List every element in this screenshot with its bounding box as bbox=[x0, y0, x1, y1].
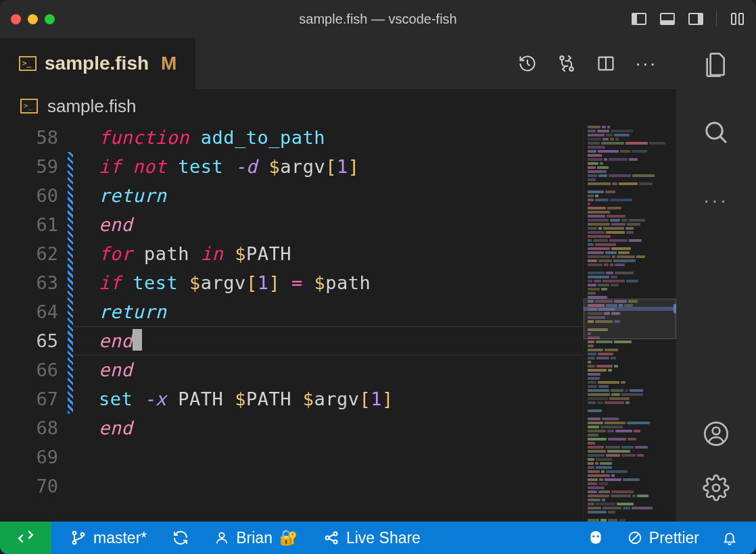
code-line[interactable]: function add_to_path bbox=[99, 123, 583, 152]
status-prettier[interactable]: Prettier bbox=[628, 529, 699, 547]
fish-file-icon bbox=[20, 99, 38, 114]
window-minimize-button[interactable] bbox=[28, 14, 38, 24]
code-line[interactable]: for path in $PATH bbox=[99, 239, 583, 268]
status-sync[interactable] bbox=[172, 530, 189, 546]
svg-point-13 bbox=[325, 536, 329, 540]
line-number-gutter: 58596061626364656667686970 bbox=[0, 123, 68, 522]
status-account-label: Brian bbox=[236, 529, 273, 547]
bell-icon bbox=[722, 530, 737, 545]
no-symbol-icon bbox=[628, 530, 642, 545]
svg-point-9 bbox=[73, 532, 76, 535]
line-number: 58 bbox=[0, 123, 58, 152]
code-line[interactable]: if not test -d $argv[1] bbox=[99, 152, 583, 181]
editor-tabs: sample.fish M ··· bbox=[0, 38, 676, 89]
svg-point-12 bbox=[220, 533, 225, 538]
text-cursor bbox=[133, 329, 142, 351]
split-editor-icon[interactable] bbox=[596, 54, 615, 73]
minimap-viewport[interactable] bbox=[584, 299, 676, 339]
status-live-share[interactable]: Live Share bbox=[323, 529, 421, 547]
code-line[interactable]: end bbox=[99, 210, 583, 239]
breadcrumb[interactable]: sample.fish bbox=[0, 89, 676, 123]
code-content[interactable]: function add_to_pathif not test -d $argv… bbox=[73, 123, 583, 522]
line-number: 70 bbox=[0, 472, 58, 501]
minimap[interactable] bbox=[583, 123, 676, 522]
svg-point-8 bbox=[713, 484, 719, 491]
status-account[interactable]: Brian 🔐 bbox=[214, 529, 298, 547]
status-copilot[interactable] bbox=[587, 529, 605, 547]
line-number: 67 bbox=[0, 384, 58, 413]
breadcrumb-filename: sample.fish bbox=[47, 96, 137, 117]
line-number: 69 bbox=[0, 443, 58, 472]
tab-filename: sample.fish bbox=[45, 53, 149, 74]
person-icon bbox=[214, 530, 229, 545]
fish-file-icon bbox=[19, 56, 37, 71]
svg-line-19 bbox=[631, 534, 639, 542]
code-line[interactable]: return bbox=[99, 181, 583, 210]
line-number: 68 bbox=[0, 413, 58, 443]
more-icon[interactable]: ··· bbox=[636, 53, 657, 74]
line-number: 61 bbox=[0, 210, 58, 239]
code-line[interactable] bbox=[99, 472, 583, 501]
svg-point-14 bbox=[333, 532, 337, 536]
tab-sample-fish[interactable]: sample.fish M bbox=[0, 38, 195, 89]
history-icon[interactable] bbox=[518, 54, 537, 73]
remote-icon[interactable] bbox=[0, 522, 51, 554]
svg-point-4 bbox=[707, 123, 722, 138]
diff-gutter-indicator bbox=[68, 152, 73, 413]
svg-line-17 bbox=[329, 538, 334, 541]
minimap-slider[interactable] bbox=[674, 304, 676, 313]
code-line[interactable]: set -x PATH $PATH $argv[1] bbox=[99, 384, 583, 413]
toggle-panel-icon[interactable] bbox=[659, 11, 676, 27]
status-liveshare-label: Live Share bbox=[346, 529, 421, 547]
status-git-branch[interactable]: master* bbox=[70, 529, 147, 547]
code-line[interactable]: return bbox=[99, 297, 583, 326]
titlebar: sample.fish — vscode-fish bbox=[0, 0, 756, 38]
svg-line-5 bbox=[720, 136, 726, 143]
customize-layout-icon[interactable] bbox=[729, 11, 745, 27]
ellipsis-icon[interactable]: ··· bbox=[703, 186, 730, 213]
svg-point-15 bbox=[333, 540, 337, 544]
line-number: 66 bbox=[0, 355, 58, 384]
copilot-icon bbox=[587, 529, 605, 547]
code-line[interactable]: end bbox=[99, 326, 583, 355]
line-number: 63 bbox=[0, 268, 58, 297]
line-number: 64 bbox=[0, 297, 58, 326]
compare-changes-icon[interactable] bbox=[557, 54, 576, 73]
status-notifications[interactable] bbox=[722, 530, 737, 545]
lock-icon: 🔐 bbox=[279, 529, 298, 547]
editor[interactable]: 58596061626364656667686970 function add_… bbox=[0, 123, 676, 522]
code-line[interactable]: if test $argv[1] = $path bbox=[99, 268, 583, 297]
window-title: sample.fish — vscode-fish bbox=[299, 11, 456, 27]
svg-line-16 bbox=[329, 534, 334, 537]
divider bbox=[716, 11, 717, 26]
svg-point-0 bbox=[560, 56, 563, 59]
svg-point-7 bbox=[713, 428, 720, 435]
line-number: 59 bbox=[0, 152, 58, 181]
settings-gear-icon[interactable] bbox=[703, 474, 730, 501]
line-number: 62 bbox=[0, 239, 58, 268]
line-number: 65 bbox=[0, 326, 58, 355]
window-maximize-button[interactable] bbox=[45, 14, 55, 24]
line-number: 60 bbox=[0, 181, 58, 210]
svg-point-10 bbox=[73, 541, 76, 545]
git-branch-icon bbox=[70, 530, 87, 546]
svg-point-11 bbox=[81, 533, 85, 536]
code-line[interactable]: end bbox=[99, 355, 583, 384]
toggle-secondary-sidebar-icon[interactable] bbox=[688, 11, 704, 27]
live-share-icon bbox=[323, 530, 339, 546]
search-icon[interactable] bbox=[703, 119, 730, 146]
explorer-icon[interactable] bbox=[703, 51, 730, 78]
account-icon[interactable] bbox=[703, 420, 730, 447]
code-line[interactable] bbox=[99, 443, 583, 472]
status-prettier-label: Prettier bbox=[649, 529, 699, 547]
status-bar: master* Brian 🔐 Live Share Prettier bbox=[0, 522, 756, 554]
activity-bar: ··· bbox=[676, 38, 756, 522]
svg-point-1 bbox=[569, 67, 573, 70]
toggle-primary-sidebar-icon[interactable] bbox=[631, 11, 647, 27]
window-close-button[interactable] bbox=[11, 14, 21, 24]
tab-modified-indicator: M bbox=[161, 53, 176, 74]
code-line[interactable]: end bbox=[99, 413, 583, 443]
sync-icon bbox=[172, 530, 189, 546]
status-branch-label: master* bbox=[93, 529, 147, 547]
